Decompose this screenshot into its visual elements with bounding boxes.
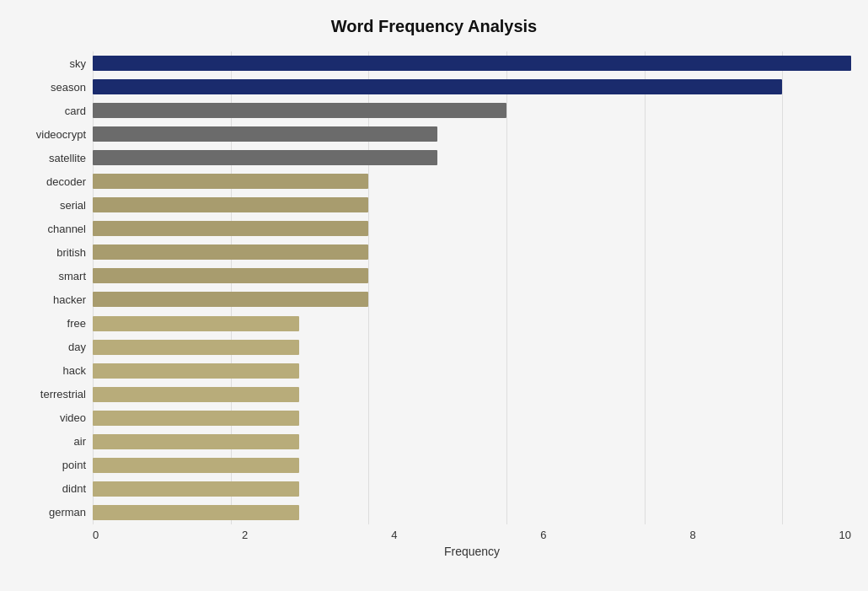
bar-row xyxy=(93,54,851,73)
y-label: videocrypt xyxy=(17,129,86,140)
y-label: point xyxy=(17,459,86,470)
y-label: hack xyxy=(17,365,86,376)
y-labels: skyseasoncardvideocryptsatellitedecoders… xyxy=(17,51,93,524)
bar-row xyxy=(93,243,851,261)
bar xyxy=(93,481,299,497)
bar xyxy=(93,150,437,165)
bar xyxy=(93,56,851,71)
bar-row xyxy=(93,385,851,404)
x-axis-container: 0246810 Frequency xyxy=(93,524,851,558)
bar xyxy=(93,316,299,331)
x-tick-label: 0 xyxy=(93,529,99,541)
chart-area: skyseasoncardvideocryptsatellitedecoders… xyxy=(17,51,851,524)
bar xyxy=(93,221,368,236)
bar xyxy=(93,103,506,118)
bar-row xyxy=(93,196,851,214)
bar xyxy=(93,411,299,426)
bars-wrapper xyxy=(93,51,851,524)
bar-row xyxy=(93,338,851,357)
x-tick-label: 6 xyxy=(540,529,546,541)
y-label: free xyxy=(17,318,86,329)
bar xyxy=(93,292,368,307)
y-label: video xyxy=(17,412,86,423)
bar xyxy=(93,363,299,379)
bar-row xyxy=(93,101,851,120)
bar xyxy=(93,197,368,212)
x-tick-label: 8 xyxy=(689,529,695,541)
y-label: didnt xyxy=(17,483,86,494)
bar-row xyxy=(93,503,851,522)
bar xyxy=(93,79,782,94)
y-label: british xyxy=(17,247,86,258)
bar-row xyxy=(93,362,851,380)
y-label: air xyxy=(17,436,86,447)
y-label: season xyxy=(17,82,86,93)
x-axis-title: Frequency xyxy=(93,545,851,558)
chart-container: Word Frequency Analysis skyseasoncardvid… xyxy=(0,0,868,591)
bar-row xyxy=(93,172,851,191)
bar-row xyxy=(93,219,851,238)
bar-row xyxy=(93,456,851,475)
y-label: card xyxy=(17,105,86,116)
bar-row xyxy=(93,433,851,451)
y-label: sky xyxy=(17,58,86,69)
bar xyxy=(93,268,368,283)
y-label: hacker xyxy=(17,294,86,305)
bar xyxy=(93,434,299,449)
bars-and-grid xyxy=(93,51,851,524)
y-label: smart xyxy=(17,271,86,282)
y-label: terrestrial xyxy=(17,389,86,400)
bar-row xyxy=(93,266,851,285)
bar-row xyxy=(93,125,851,143)
y-label: german xyxy=(17,507,86,518)
y-label: decoder xyxy=(17,176,86,187)
bar xyxy=(93,340,299,355)
bar-row xyxy=(93,480,851,498)
x-axis-labels: 0246810 xyxy=(93,524,851,541)
bar xyxy=(93,126,437,142)
x-tick-label: 2 xyxy=(242,529,248,541)
x-tick-label: 10 xyxy=(839,529,850,541)
y-label: day xyxy=(17,341,86,352)
bar-row xyxy=(93,148,851,167)
bar xyxy=(93,244,368,260)
bar xyxy=(93,174,368,189)
bar-row xyxy=(93,314,851,333)
bar-row xyxy=(93,290,851,309)
bar xyxy=(93,505,299,520)
x-tick-label: 4 xyxy=(391,529,397,541)
y-label: satellite xyxy=(17,153,86,164)
bar xyxy=(93,458,299,473)
chart-title: Word Frequency Analysis xyxy=(17,17,851,36)
bar-row xyxy=(93,409,851,427)
y-label: channel xyxy=(17,223,86,234)
bar-row xyxy=(93,78,851,96)
y-label: serial xyxy=(17,200,86,211)
bar xyxy=(93,387,299,402)
